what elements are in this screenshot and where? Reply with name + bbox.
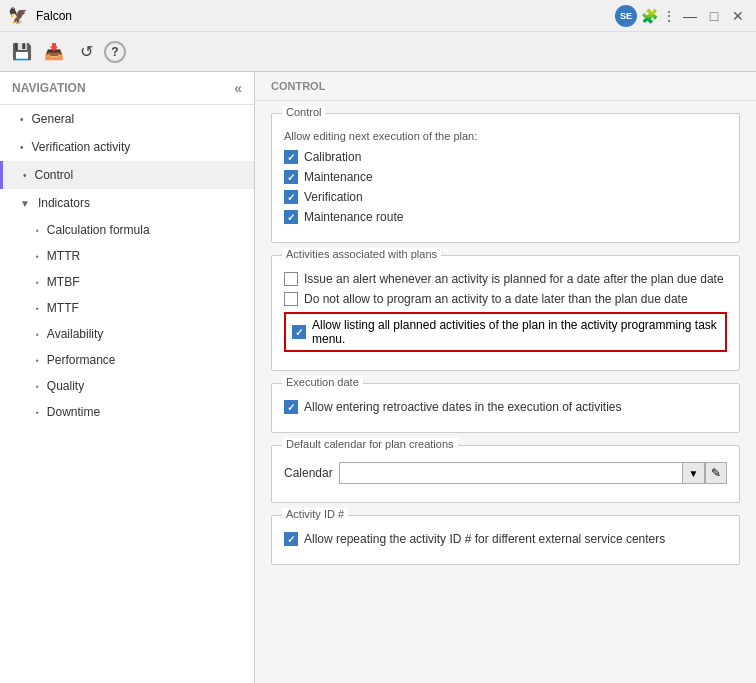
legend-execution-date: Execution date [282, 376, 363, 388]
checkbox-maintenance[interactable] [284, 170, 298, 184]
content-body: Control Allow editing next execution of … [255, 101, 756, 589]
sidebar-item-control[interactable]: • Control [0, 161, 254, 189]
label-maintenance-route[interactable]: Maintenance route [304, 210, 403, 224]
sidebar-label-verification-activity: Verification activity [32, 140, 131, 154]
sidebar-item-mtbf[interactable]: ▪ MTBF [8, 269, 254, 295]
label-repeating-id[interactable]: Allow repeating the activity ID # for di… [304, 532, 665, 546]
sidebar-label-control: Control [35, 168, 74, 182]
save-as-button[interactable]: 📥 [40, 38, 68, 66]
sidebar-header: NAVIGATION « [0, 72, 254, 105]
main-area: NAVIGATION « • General • Verification ac… [0, 72, 756, 683]
legend-activities: Activities associated with plans [282, 248, 441, 260]
checkbox-no-program[interactable] [284, 292, 298, 306]
checkbox-row-repeating-id: Allow repeating the activity ID # for di… [284, 532, 727, 546]
menu-dots-icon[interactable]: ⋮ [662, 8, 676, 24]
sidebar-item-quality[interactable]: ▪ Quality [8, 373, 254, 399]
checkbox-maintenance-route[interactable] [284, 210, 298, 224]
calendar-select[interactable] [339, 462, 683, 484]
bullet-control: • [23, 170, 27, 181]
content-panel: CONTROL Control Allow editing next execu… [255, 72, 756, 683]
section-activity-id: Activity ID # Allow repeating the activi… [271, 515, 740, 565]
sidebar-item-availability[interactable]: ▪ Availability [8, 321, 254, 347]
legend-control: Control [282, 106, 325, 118]
sidebar-label-indicators: Indicators [38, 196, 90, 210]
refresh-button[interactable]: ↺ [72, 38, 100, 66]
help-button[interactable]: ? [104, 41, 126, 63]
checkbox-row-calibration: Calibration [284, 150, 727, 164]
sidebar-label-mtbf: MTBF [47, 275, 80, 289]
sidebar-label-availability: Availability [47, 327, 103, 341]
section-activities: Activities associated with plans Issue a… [271, 255, 740, 371]
maximize-button[interactable]: □ [704, 6, 724, 26]
legend-default-calendar: Default calendar for plan creations [282, 438, 458, 450]
bullet-mttr: ▪ [36, 252, 39, 261]
sidebar-sub-indicators: ▪ Calculation formula ▪ MTTR ▪ MTBF ▪ MT… [0, 217, 254, 425]
calendar-label: Calendar [284, 466, 333, 480]
sidebar-label-mttr: MTTR [47, 249, 80, 263]
checkbox-verification[interactable] [284, 190, 298, 204]
label-calibration[interactable]: Calibration [304, 150, 361, 164]
label-verification[interactable]: Verification [304, 190, 363, 204]
sidebar-label-general: General [32, 112, 75, 126]
sidebar-title: NAVIGATION [12, 81, 86, 95]
sidebar-label-downtime: Downtime [47, 405, 100, 419]
legend-activity-id: Activity ID # [282, 508, 348, 520]
section-calendar-content: Calendar ▼ ✎ [272, 446, 739, 502]
checkbox-row-maintenance: Maintenance [284, 170, 727, 184]
sidebar-item-mttr[interactable]: ▪ MTTR [8, 243, 254, 269]
title-bar-left: 🦅 Falcon [8, 6, 72, 25]
section-default-calendar: Default calendar for plan creations Cale… [271, 445, 740, 503]
user-avatar: SE [615, 5, 637, 27]
collapse-sidebar-icon[interactable]: « [234, 80, 242, 96]
sidebar: NAVIGATION « • General • Verification ac… [0, 72, 255, 683]
sidebar-item-verification-activity[interactable]: • Verification activity [0, 133, 254, 161]
checkbox-row-retroactive: Allow entering retroactive dates in the … [284, 400, 727, 414]
close-button[interactable]: ✕ [728, 6, 748, 26]
section-activity-id-content: Allow repeating the activity ID # for di… [272, 516, 739, 564]
app-title: Falcon [36, 9, 72, 23]
bullet-performance: ▪ [36, 356, 39, 365]
bullet-downtime: ▪ [36, 408, 39, 417]
bullet-quality: ▪ [36, 382, 39, 391]
sidebar-item-indicators[interactable]: ▼ Indicators [0, 189, 254, 217]
checkbox-calibration[interactable] [284, 150, 298, 164]
label-listing[interactable]: Allow listing all planned activities of … [312, 318, 719, 346]
label-maintenance[interactable]: Maintenance [304, 170, 373, 184]
bullet-verification: • [20, 142, 24, 153]
label-retroactive[interactable]: Allow entering retroactive dates in the … [304, 400, 622, 414]
calendar-dropdown-btn[interactable]: ▼ [683, 462, 705, 484]
minimize-button[interactable]: — [680, 6, 700, 26]
checkbox-retroactive[interactable] [284, 400, 298, 414]
bullet-calc: ▪ [36, 226, 39, 235]
calendar-action-btn[interactable]: ✎ [705, 462, 727, 484]
save-button[interactable]: 💾 [8, 38, 36, 66]
section-activities-content: Issue an alert whenever an activity is p… [272, 256, 739, 370]
section-execution-date: Execution date Allow entering retroactiv… [271, 383, 740, 433]
section-execution-date-content: Allow entering retroactive dates in the … [272, 384, 739, 432]
sidebar-item-downtime[interactable]: ▪ Downtime [8, 399, 254, 425]
label-no-program[interactable]: Do not allow to program an activity to a… [304, 292, 688, 306]
sidebar-item-performance[interactable]: ▪ Performance [8, 347, 254, 373]
highlighted-listing-row: Allow listing all planned activities of … [284, 312, 727, 352]
sidebar-item-calculation-formula[interactable]: ▪ Calculation formula [8, 217, 254, 243]
sidebar-item-general[interactable]: • General [0, 105, 254, 133]
checkbox-alert-date[interactable] [284, 272, 298, 286]
control-label: Allow editing next execution of the plan… [284, 130, 727, 142]
sidebar-item-mttf[interactable]: ▪ MTTF [8, 295, 254, 321]
bullet-availability: ▪ [36, 330, 39, 339]
bullet-mttf: ▪ [36, 304, 39, 313]
calendar-select-wrapper: ▼ ✎ [339, 462, 727, 484]
label-alert-date[interactable]: Issue an alert whenever an activity is p… [304, 272, 724, 286]
checkbox-repeating-id[interactable] [284, 532, 298, 546]
bullet-mtbf: ▪ [36, 278, 39, 287]
extensions-icon[interactable]: 🧩 [641, 8, 658, 24]
content-header: CONTROL [255, 72, 756, 101]
toolbar: 💾 📥 ↺ ? [0, 32, 756, 72]
checkbox-listing[interactable] [292, 325, 306, 339]
sidebar-label-calculation-formula: Calculation formula [47, 223, 150, 237]
app-icon: 🦅 [8, 6, 28, 25]
sidebar-label-mttf: MTTF [47, 301, 79, 315]
title-bar-controls: SE 🧩 ⋮ — □ ✕ [615, 5, 748, 27]
section-control: Control Allow editing next execution of … [271, 113, 740, 243]
checkbox-row-maintenance-route: Maintenance route [284, 210, 727, 224]
